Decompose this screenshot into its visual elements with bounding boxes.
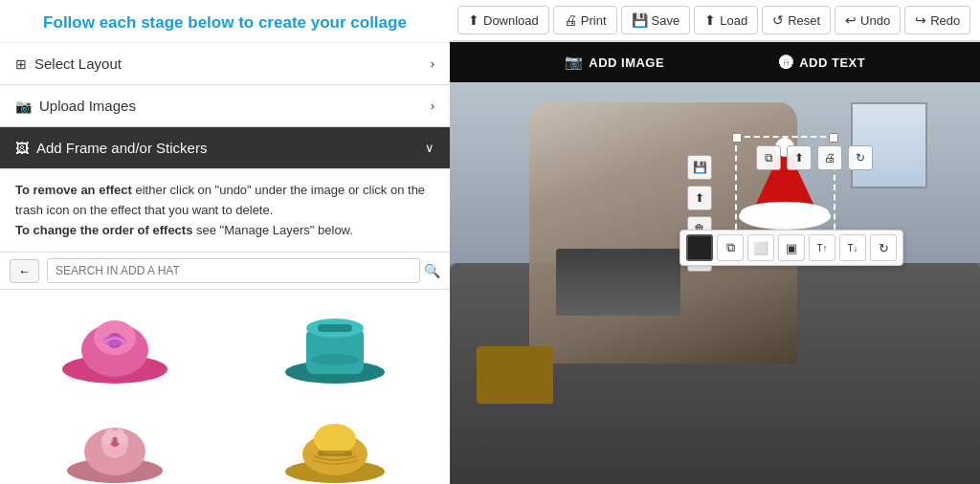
undo-label: Undo [860,13,890,28]
redo-icon: ↪ [915,12,926,28]
camera-topbar-icon: 📷 [565,54,584,71]
search-bar-row: ← 🔍 [0,253,450,290]
svg-point-9 [311,354,359,365]
list-item[interactable] [8,399,222,484]
save-label: Save [652,13,680,28]
sticker-print-button[interactable]: 🖨 [817,145,842,170]
add-text-button[interactable]: 🅐 ADD TEXT [779,55,866,71]
accordion-header-select-layout[interactable]: ⊞ Select Layout › [0,43,450,84]
accordion-header-upload-images[interactable]: 📷 Upload Images › [0,85,450,126]
header-title-text: Follow each stage below to create your c… [43,13,407,32]
accordion-label-select-layout: ⊞ Select Layout [15,55,122,72]
select-layout-label: Select Layout [34,55,122,72]
print-button[interactable]: 🖨 Print [553,6,617,34]
reset-button[interactable]: ↺ Reset [762,6,831,34]
svg-point-17 [115,429,124,438]
download-button[interactable]: ⬆ Download [457,6,549,34]
add-text-label: ADD TEXT [799,55,865,70]
list-item[interactable] [228,297,442,393]
sticker-crop-button[interactable]: ⬜ [747,234,774,261]
photo-background [450,82,980,484]
search-button[interactable]: 🔍 [424,263,440,278]
page-title: Follow each stage below to create your c… [0,0,450,43]
hat-grid [0,290,450,484]
print-label: Print [581,13,607,28]
redo-label: Redo [930,13,960,28]
canvas-area: 📷 ADD IMAGE 🅐 ADD TEXT [450,42,980,484]
hat-teal-svg [228,297,442,393]
accordion-item-add-frame[interactable]: 🖼 Add Frame and/or Stickers ∨ [0,127,450,169]
sticker-upload2-button[interactable]: ⬆ [687,186,712,210]
hat-yellow-svg [228,399,442,484]
sticker-float-controls: ⧉ ⬆ 🖨 ↻ [756,145,873,170]
photo-scene [450,82,980,484]
chevron-icon-add-frame: ∨ [425,141,434,155]
sticker-toolbar: ⧉ ⬜ ▣ T↑ T↓ ↻ [679,230,903,266]
search-input[interactable] [47,258,420,283]
accordion-item-upload-images[interactable]: 📷 Upload Images › [0,85,450,127]
camera-icon: 📷 [15,99,32,114]
right-panel: ⬆ Download 🖨 Print 💾 Save ⬆ Load ↺ Reset… [450,0,980,484]
reset-icon: ↺ [772,12,784,28]
sticker-rotate-cw-button[interactable]: ↻ [848,145,873,170]
sticker-duplicate-button[interactable]: ⧉ [717,234,744,261]
back-button[interactable]: ← [10,259,39,283]
sticker-rotate-button[interactable]: ↻ [870,234,897,261]
frame-icon: 🖼 [15,141,29,156]
sticker-text-up-button[interactable]: T↑ [809,234,835,261]
load-label: Load [720,13,747,28]
sticker-save-button[interactable]: 💾 [687,155,712,180]
hat-pink-flower-svg [8,399,222,484]
save-icon: 💾 [632,12,648,28]
accordion-label-add-frame: 🖼 Add Frame and/or Stickers [15,140,207,156]
table-shape [477,346,553,404]
print-icon: 🖨 [564,12,577,28]
undo-icon: ↩ [845,12,857,28]
accordion-header-add-frame[interactable]: 🖼 Add Frame and/or Stickers ∨ [0,127,450,168]
laptop-shape [556,249,680,316]
accordion-label-upload-images: 📷 Upload Images [15,98,136,114]
accordion-content-add-frame: To remove an effect either click on "und… [0,169,450,253]
reset-label: Reset [788,13,820,28]
left-panel: Follow each stage below to create your c… [0,0,450,484]
chevron-icon-upload-images: › [431,99,434,113]
download-icon: ⬆ [468,12,479,28]
add-image-button[interactable]: 📷 ADD IMAGE [565,54,664,71]
load-button[interactable]: ⬆ Load [694,6,758,34]
accordion-item-select-layout[interactable]: ⊞ Select Layout › [0,43,450,85]
svg-point-16 [105,429,115,438]
upload-images-label: Upload Images [39,98,136,114]
list-item[interactable] [8,297,222,393]
add-image-label: ADD IMAGE [589,55,664,70]
save-button[interactable]: 💾 Save [621,6,691,34]
toolbar: ⬆ Download 🖨 Print 💾 Save ⬆ Load ↺ Reset… [450,0,980,42]
svg-rect-8 [318,324,352,332]
sticker-frame-button[interactable]: ▣ [778,234,805,261]
instruction-bold-2: To change the order of effects [15,223,192,237]
load-icon: ⬆ [704,12,716,28]
undo-button[interactable]: ↩ Undo [835,6,901,34]
instruction-text-2: see "Manage Layers" below. [192,223,353,237]
grid-icon: ⊞ [15,56,27,72]
svg-point-20 [314,424,356,454]
instruction-bold-1: To remove an effect [15,183,132,197]
sticker-color-swatch[interactable] [686,234,713,261]
redo-button[interactable]: ↪ Redo [904,6,970,34]
corner-handle-tl[interactable] [732,133,742,143]
canvas-topbar: 📷 ADD IMAGE 🅐 ADD TEXT [450,42,980,82]
sticker-copy-button[interactable]: ⧉ [756,145,781,170]
download-label: Download [483,13,539,28]
add-frame-label: Add Frame and/or Stickers [36,140,207,156]
sticker-text-down-button[interactable]: T↓ [839,234,866,261]
text-topbar-icon: 🅐 [779,55,794,71]
hat-pink-svg [8,297,222,393]
sticker-upload-button[interactable]: ⬆ [787,145,812,170]
svg-rect-21 [318,451,352,456]
chevron-icon-select-layout: › [431,56,434,71]
list-item[interactable] [228,399,442,484]
corner-handle-tr[interactable] [829,133,838,143]
